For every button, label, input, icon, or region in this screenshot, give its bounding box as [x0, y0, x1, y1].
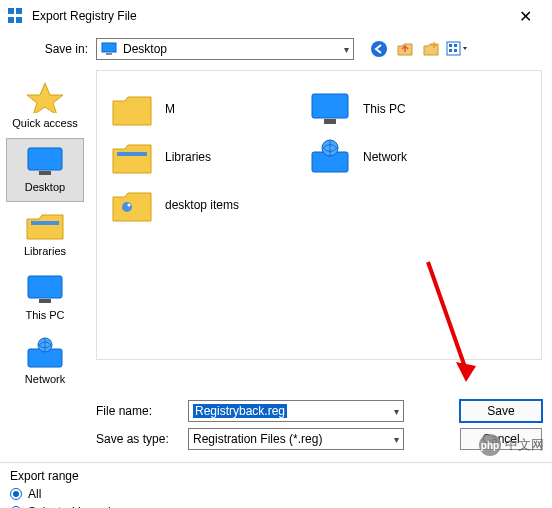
file-listing[interactable]: M This PC Libraries Network desktop item…	[96, 70, 542, 360]
svg-rect-10	[31, 221, 59, 225]
new-folder-icon	[422, 40, 440, 58]
chevron-down-icon: ▾	[394, 406, 399, 417]
watermark-logo: php	[479, 434, 501, 456]
list-item[interactable]: This PC	[309, 91, 479, 127]
chevron-down-icon: ▾	[344, 44, 349, 55]
list-item[interactable]: desktop items	[111, 187, 281, 223]
libraries-icon	[111, 139, 153, 175]
places-bar: Quick access Desktop Libraries This PC N…	[0, 70, 90, 394]
place-label: Quick access	[12, 117, 77, 129]
watermark: php 中文网	[479, 434, 544, 456]
svg-rect-5	[454, 44, 457, 47]
up-one-level-button[interactable]	[394, 38, 416, 60]
network-icon	[25, 337, 65, 369]
app-icon	[8, 8, 24, 24]
item-label: Libraries	[165, 150, 211, 164]
svg-rect-6	[449, 49, 452, 52]
place-label: This PC	[25, 309, 64, 321]
navigation-toolbar	[368, 38, 468, 60]
folder-icon	[111, 91, 153, 127]
svg-rect-0	[102, 43, 116, 52]
filename-value: Registryback.reg	[193, 404, 287, 418]
chevron-down-icon: ▾	[394, 434, 399, 445]
bottom-fields: File name: Registryback.reg ▾ Save Save …	[0, 394, 552, 462]
star-icon	[25, 81, 65, 113]
svg-rect-3	[447, 42, 460, 55]
svg-rect-4	[449, 44, 452, 47]
svg-point-2	[371, 41, 387, 57]
folder-up-icon	[396, 40, 414, 58]
view-menu-button[interactable]	[446, 38, 468, 60]
view-menu-icon	[446, 40, 468, 58]
save-in-row: Save in: Desktop ▾	[0, 32, 552, 70]
save-as-type-row: Save as type: Registration Files (*.reg)…	[96, 428, 542, 450]
place-label: Libraries	[24, 245, 66, 257]
place-label: Network	[25, 373, 65, 385]
save-in-value: Desktop	[123, 42, 167, 56]
svg-rect-12	[39, 299, 51, 303]
svg-rect-8	[28, 148, 62, 170]
svg-rect-15	[312, 94, 348, 118]
window-title: Export Registry File	[32, 9, 502, 23]
watermark-text: 中文网	[505, 436, 544, 454]
item-label: desktop items	[165, 198, 239, 212]
close-button[interactable]: ✕	[502, 0, 548, 32]
monitor-icon	[25, 273, 65, 305]
filename-row: File name: Registryback.reg ▾ Save	[96, 400, 542, 422]
svg-rect-7	[454, 49, 457, 52]
filename-label: File name:	[96, 404, 188, 418]
list-item[interactable]: Libraries	[111, 139, 281, 175]
list-item[interactable]: M	[111, 91, 281, 127]
place-libraries[interactable]: Libraries	[6, 202, 84, 266]
network-icon	[309, 139, 351, 175]
item-label: Network	[363, 150, 407, 164]
svg-rect-1	[106, 53, 112, 55]
save-as-type-value: Registration Files (*.reg)	[193, 432, 322, 446]
export-range-group: Export range All Selected branch	[0, 462, 552, 508]
save-button[interactable]: Save	[460, 400, 542, 422]
item-label: This PC	[363, 102, 406, 116]
place-this-pc[interactable]: This PC	[6, 266, 84, 330]
save-as-type-dropdown[interactable]: Registration Files (*.reg) ▾	[188, 428, 404, 450]
monitor-icon	[309, 91, 351, 127]
monitor-icon	[101, 42, 117, 56]
libraries-icon	[25, 209, 65, 241]
main-area: Quick access Desktop Libraries This PC N…	[0, 70, 552, 394]
place-label: Desktop	[25, 181, 65, 193]
export-range-legend: Export range	[10, 469, 542, 483]
svg-rect-11	[28, 276, 62, 298]
back-button[interactable]	[368, 38, 390, 60]
place-desktop[interactable]: Desktop	[6, 138, 84, 202]
item-label: M	[165, 102, 175, 116]
svg-rect-9	[39, 171, 51, 175]
radio-all[interactable]: All	[10, 487, 542, 501]
new-folder-button[interactable]	[420, 38, 442, 60]
place-network[interactable]: Network	[6, 330, 84, 394]
svg-rect-17	[117, 152, 147, 156]
svg-point-21	[128, 204, 131, 207]
titlebar: Export Registry File ✕	[0, 0, 552, 32]
save-in-dropdown[interactable]: Desktop ▾	[96, 38, 354, 60]
monitor-icon	[25, 145, 65, 177]
radio-label: All	[28, 487, 41, 501]
save-as-type-label: Save as type:	[96, 432, 188, 446]
filename-input[interactable]: Registryback.reg ▾	[188, 400, 404, 422]
folder-pictures-icon	[111, 187, 153, 223]
svg-rect-16	[324, 119, 336, 124]
radio-icon	[10, 488, 22, 500]
back-icon	[370, 40, 388, 58]
place-quick-access[interactable]: Quick access	[6, 74, 84, 138]
save-in-label: Save in:	[8, 42, 96, 56]
list-item[interactable]: Network	[309, 139, 479, 175]
svg-point-20	[122, 202, 132, 212]
